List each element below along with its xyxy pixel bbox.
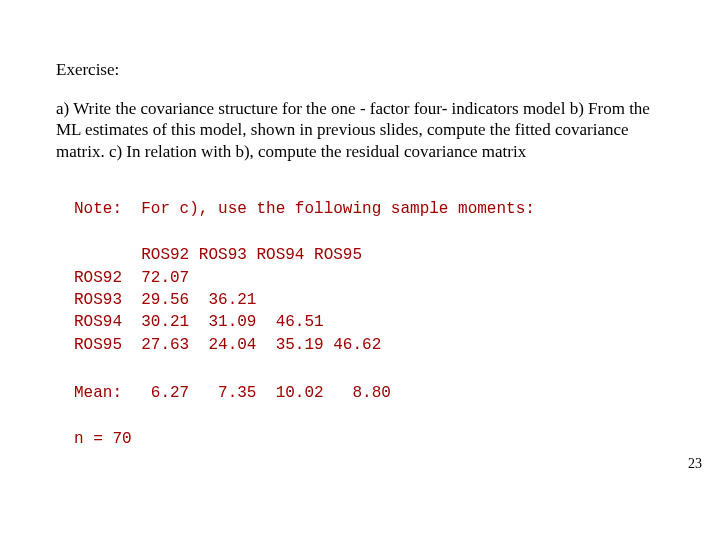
n-line: n = 70 (74, 428, 664, 450)
covariance-table: ROS92 ROS93 ROS94 ROS95 ROS92 72.07 ROS9… (74, 244, 664, 356)
mean-line: Mean: 6.27 7.35 10.02 8.80 (74, 382, 664, 404)
note-line: Note: For c), use the following sample m… (74, 198, 664, 220)
exercise-heading: Exercise: (56, 60, 664, 80)
page-number: 23 (688, 456, 702, 472)
exercise-body: a) Write the covariance structure for th… (56, 98, 664, 162)
slide-container: Exercise: a) Write the covariance struct… (0, 0, 720, 540)
